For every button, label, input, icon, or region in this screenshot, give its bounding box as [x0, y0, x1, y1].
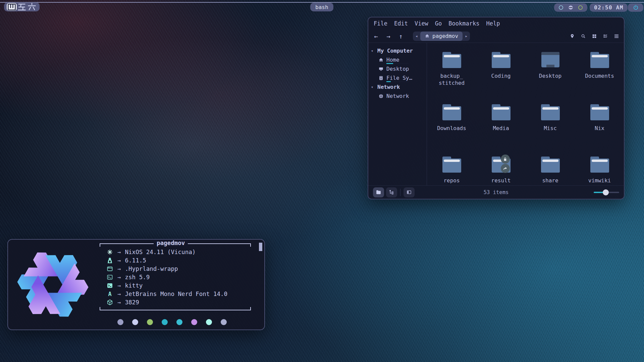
fastfetch-box-top: pagedmov [100, 243, 251, 247]
file-manager-window: FileEditViewGoBookmarksHelp ← → ↑ ◂ page… [368, 17, 625, 199]
file-item[interactable]: Media [476, 95, 526, 147]
terminal-window[interactable]: pagedmov → NixOS 24.11 (Vicuna) → 6.11.5… [7, 239, 265, 330]
clock-widget[interactable]: 02:50 AM [590, 3, 628, 12]
chevron-down-icon: ▾ [371, 85, 375, 89]
file-emblems [541, 103, 560, 121]
file-name: Misc [544, 125, 557, 132]
menu-item[interactable]: File [370, 19, 391, 27]
file-item[interactable]: share [526, 147, 575, 185]
file-item[interactable]: Coding [476, 43, 526, 95]
file-emblems [491, 103, 511, 121]
up-button[interactable]: ↑ [398, 33, 404, 40]
view-grid-icon[interactable] [592, 34, 597, 39]
fastfetch-row: → 6.11.5 [106, 256, 254, 264]
folder-small-icon [376, 189, 381, 195]
sidebar-section-header[interactable]: ▾ My Computer [368, 46, 427, 55]
sidebar-section-items: Network [368, 92, 427, 101]
file-item[interactable]: Misc [526, 95, 575, 147]
workspace-button[interactable] [27, 3, 37, 11]
back-button[interactable]: ← [373, 33, 379, 40]
palette-dot [176, 319, 182, 325]
file-name: Downloads [437, 125, 466, 132]
file-name: Coding [491, 72, 511, 79]
sidebar-section-items: Home Desktop [368, 55, 427, 82]
palette-dot [117, 319, 123, 325]
file-emblems [541, 51, 560, 68]
menu-item[interactable]: Bookmarks [445, 19, 483, 27]
fastfetch-rows: → NixOS 24.11 (Vicuna) → 6.11.5 → .Hyprl… [97, 247, 254, 307]
file-item[interactable]: Downloads [427, 95, 476, 147]
location-pin-icon[interactable] [570, 34, 575, 39]
breadcrumb: ◂ pagedmov ▸ [413, 32, 470, 41]
sidebar-section-label: My Computer [377, 48, 413, 54]
workspace-button[interactable] [17, 3, 27, 11]
menu-item[interactable]: Go [432, 19, 445, 27]
fastfetch-value: zsh 5.9 [125, 274, 150, 281]
breadcrumb-current[interactable]: pagedmov [420, 32, 463, 41]
menu-item[interactable]: Edit [391, 19, 411, 27]
file-item[interactable]: Desktop [526, 43, 575, 95]
status-bar: 53 items [368, 185, 624, 199]
forward-button[interactable]: → [385, 33, 391, 40]
sidebar-item[interactable]: Network [368, 92, 427, 101]
font-icon: A [106, 291, 113, 297]
zoom-slider[interactable] [594, 192, 619, 193]
file-item[interactable]: vimwiki [575, 147, 624, 185]
toolbar-right [570, 34, 619, 39]
file-item[interactable]: Documents [575, 43, 624, 95]
arrow-icon: → [117, 282, 121, 289]
power-button[interactable] [628, 3, 643, 12]
menu-item[interactable]: Help [483, 19, 503, 27]
terminal-icon [106, 282, 113, 289]
file-manager-body: ▾ My Computer Home [368, 43, 624, 185]
terminal-color-palette [117, 319, 227, 325]
palette-dot [206, 319, 212, 325]
file-name: Nix [595, 125, 604, 132]
status-circle-half-icon[interactable] [568, 5, 574, 10]
file-item[interactable]: backup_stitched [427, 43, 476, 95]
sidebar-item[interactable]: Desktop [368, 64, 427, 73]
file-emblems [590, 103, 609, 121]
workspace-button[interactable] [7, 3, 17, 11]
file-name: Documents [585, 72, 614, 79]
fastfetch-value: kitty [125, 282, 143, 289]
search-icon[interactable] [581, 34, 586, 39]
arrow-icon: → [117, 299, 121, 306]
fastfetch-value: 3829 [125, 299, 139, 306]
breadcrumb-left-chevron-icon[interactable]: ◂ [413, 34, 420, 39]
show-folders-button[interactable] [373, 187, 384, 197]
fastfetch-row: → zsh 5.9 [106, 273, 254, 281]
sidebar-item[interactable]: File Sy… [368, 73, 427, 82]
tree-view-button[interactable] [386, 187, 397, 197]
view-list-icon[interactable] [603, 34, 608, 39]
file-item[interactable]: Nix [575, 95, 624, 147]
sidebar-section: ▾ Network Network [368, 82, 427, 101]
file-name: vimwiki [588, 177, 611, 184]
side-pane-toggle-button[interactable] [404, 187, 415, 197]
file-name: share [542, 177, 558, 184]
zoom-slider-knob[interactable] [603, 189, 609, 195]
palette-dot [221, 319, 227, 325]
breadcrumb-right-chevron-icon[interactable]: ▸ [463, 34, 470, 39]
palette-dot [162, 319, 168, 325]
file-grid: backup_stitched Coding Desktop [427, 43, 624, 185]
file-name: Media [493, 125, 509, 132]
statusbar-separator [400, 189, 400, 196]
penguin-icon [106, 257, 113, 264]
sidebar-item[interactable]: Home [368, 55, 427, 64]
file-name: result [491, 177, 511, 184]
status-circle-green-icon[interactable] [578, 5, 583, 10]
menu-item[interactable]: View [411, 19, 432, 27]
focused-window-title[interactable]: bash [310, 3, 333, 11]
status-tray [554, 3, 587, 12]
drive-icon [378, 75, 384, 81]
menu-bar: FileEditViewGoBookmarksHelp [368, 17, 624, 29]
palette-dot [147, 319, 153, 325]
view-compact-icon[interactable] [614, 34, 619, 39]
sidebar-section-header[interactable]: ▾ Network [368, 82, 427, 92]
fastfetch-value: .Hyprland-wrapp [125, 265, 178, 272]
file-item[interactable]: result [476, 147, 526, 185]
tree-view-icon [389, 189, 394, 195]
file-item[interactable]: repos [427, 147, 476, 185]
status-circle-cyan-icon[interactable] [558, 5, 564, 10]
